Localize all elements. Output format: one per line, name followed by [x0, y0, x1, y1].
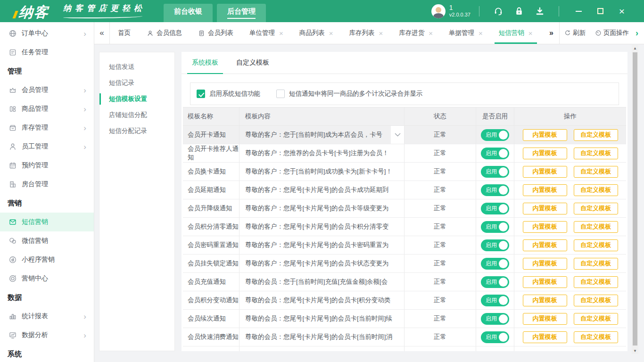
builtin-template-button[interactable]: 内置模板: [523, 221, 567, 233]
scroll-down-arrow[interactable]: ▼: [632, 347, 638, 354]
tab[interactable]: 库存进货 ×: [391, 22, 441, 44]
sidebar-item[interactable]: 会员管理 ›: [0, 81, 94, 99]
enable-toggle[interactable]: 启用: [481, 166, 509, 178]
expand-chevron-button[interactable]: [391, 126, 404, 144]
globe-icon: [8, 29, 17, 38]
lock-icon[interactable]: [514, 6, 524, 16]
tab-close-icon[interactable]: ×: [479, 29, 483, 37]
sidebar-item[interactable]: 员工管理 ›: [0, 137, 94, 156]
tab[interactable]: 短信营销 ×: [491, 22, 541, 44]
enable-toggle[interactable]: 启用: [481, 276, 509, 288]
template-tab[interactable]: 自定义模板: [236, 52, 269, 74]
enable-toggle[interactable]: 启用: [481, 203, 509, 214]
calendar-icon: [8, 161, 17, 170]
submenu-item[interactable]: 短信发送: [99, 59, 174, 75]
builtin-template-button[interactable]: 内置模板: [523, 129, 567, 141]
close-icon: ×: [619, 6, 625, 16]
tab[interactable]: 会员列表: [190, 22, 241, 44]
custom-template-button[interactable]: 自定义模板: [574, 203, 618, 214]
submenu-item[interactable]: 店铺短信分配: [99, 107, 174, 123]
builtin-template-button[interactable]: 内置模板: [523, 331, 567, 343]
custom-template-button[interactable]: 自定义模板: [574, 221, 618, 233]
custom-template-button[interactable]: 自定义模板: [574, 148, 618, 159]
enable-toggle[interactable]: 启用: [481, 258, 509, 270]
scroll-up-arrow[interactable]: ▲: [632, 45, 638, 51]
close-button[interactable]: ×: [617, 7, 627, 16]
enable-toggle[interactable]: 启用: [481, 184, 509, 196]
table-row: 会员密码重置通知 尊敬的客户：您尾号[卡片尾号]的会员卡密码重置为 正常 启用 …: [183, 236, 626, 255]
enable-toggle[interactable]: 启用: [481, 221, 509, 233]
builtin-template-button[interactable]: 内置模板: [523, 166, 567, 178]
enable-toggle[interactable]: 启用: [481, 129, 509, 141]
builtin-template-button[interactable]: 内置模板: [523, 276, 567, 288]
enable-toggle[interactable]: 启用: [481, 239, 509, 251]
refresh-button[interactable]: 刷新: [560, 29, 590, 37]
custom-template-button[interactable]: 自定义模板: [574, 184, 618, 196]
expand-tools-icon[interactable]: ›: [634, 28, 640, 38]
tab[interactable]: 库存列表 ×: [341, 22, 391, 44]
page-operations-button[interactable]: 页面操作: [590, 29, 634, 37]
tab-close-icon[interactable]: ×: [379, 29, 383, 37]
scroll-tabs-right-icon[interactable]: »: [544, 29, 559, 37]
enable-toggle[interactable]: 启用: [481, 331, 509, 343]
option-row[interactable]: 短信通知中将同一商品的多个计次记录合并显示: [276, 90, 423, 98]
builtin-template-button[interactable]: 内置模板: [523, 203, 567, 214]
template-tab[interactable]: 系统模板: [192, 52, 218, 74]
sidebar-item[interactable]: 统计报表 ›: [0, 307, 94, 326]
tab-close-icon[interactable]: ×: [528, 29, 533, 37]
custom-template-button[interactable]: 自定义模板: [574, 331, 618, 343]
submenu-item[interactable]: 短信记录: [99, 75, 174, 91]
submenu-item[interactable]: 短信模板设置: [99, 91, 174, 107]
sidebar-item[interactable]: 预约管理: [0, 156, 94, 175]
tab[interactable]: 单位管理 ×: [241, 22, 291, 44]
sidebar-item[interactable]: 库存管理 ›: [0, 118, 94, 137]
sidebar-item[interactable]: 短信营销: [0, 213, 94, 231]
table-row: 会员换卡通知 尊敬的客户：您于[当前时间]成功换卡为[新卡卡号]！ 正常 启用 …: [183, 163, 626, 181]
maximize-button[interactable]: [595, 7, 605, 16]
custom-template-button[interactable]: 自定义模板: [574, 295, 618, 306]
builtin-template-button[interactable]: 内置模板: [523, 239, 567, 251]
sidebar-item[interactable]: 商品管理 ›: [0, 99, 94, 118]
tab-close-icon[interactable]: ×: [279, 29, 283, 37]
custom-template-button[interactable]: 自定义模板: [574, 239, 618, 251]
backoffice-button[interactable]: 后台管理: [217, 4, 266, 22]
tab[interactable]: 商品列表 ×: [291, 22, 341, 44]
checkbox[interactable]: [197, 90, 205, 98]
option-row[interactable]: 启用系统短信功能: [197, 90, 260, 98]
enable-toggle[interactable]: 启用: [481, 313, 509, 325]
sidebar-item[interactable]: 微信营销: [0, 231, 94, 250]
checkbox[interactable]: [276, 90, 285, 98]
custom-template-button[interactable]: 自定义模板: [574, 166, 618, 178]
tab[interactable]: 单据管理 ×: [441, 22, 491, 44]
enable-toggle[interactable]: 启用: [481, 295, 509, 306]
sidebar-item[interactable]: 营销中心: [0, 269, 94, 288]
download-icon[interactable]: [535, 6, 545, 16]
enable-toggle[interactable]: 启用: [481, 148, 509, 159]
avatar[interactable]: [431, 4, 446, 18]
sidebar-item[interactable]: 房台管理: [0, 175, 94, 194]
custom-template-button[interactable]: 自定义模板: [574, 129, 618, 141]
builtin-template-button[interactable]: 内置模板: [523, 258, 567, 270]
tab-close-icon[interactable]: ×: [429, 29, 433, 37]
sidebar-item[interactable]: 订单中心 ›: [0, 24, 94, 43]
custom-template-button[interactable]: 自定义模板: [574, 276, 618, 288]
scrollbar-thumb[interactable]: [633, 52, 637, 346]
builtin-template-button[interactable]: 内置模板: [523, 148, 567, 159]
builtin-template-button[interactable]: 内置模板: [523, 313, 567, 325]
builtin-template-button[interactable]: 内置模板: [523, 184, 567, 196]
tab-close-icon[interactable]: ×: [329, 29, 333, 37]
sidebar-item[interactable]: 小程序营销: [0, 250, 94, 269]
vertical-scrollbar[interactable]: ▲ ▼: [632, 45, 638, 354]
front-cashier-button[interactable]: 前台收银: [164, 4, 213, 22]
submenu-item[interactable]: 短信分配记录: [99, 123, 174, 139]
tab[interactable]: 会员信息: [139, 22, 190, 44]
customer-service-icon[interactable]: [493, 6, 504, 16]
tab[interactable]: 首页: [110, 22, 139, 44]
custom-template-button[interactable]: 自定义模板: [574, 313, 618, 325]
custom-template-button[interactable]: 自定义模板: [574, 258, 618, 270]
scroll-tabs-left-icon[interactable]: «: [94, 22, 110, 44]
sidebar-item[interactable]: 任务管理: [0, 43, 94, 62]
minimize-button[interactable]: [574, 7, 583, 16]
sidebar-item[interactable]: 数据分析 ›: [0, 326, 94, 345]
builtin-template-button[interactable]: 内置模板: [523, 295, 567, 306]
